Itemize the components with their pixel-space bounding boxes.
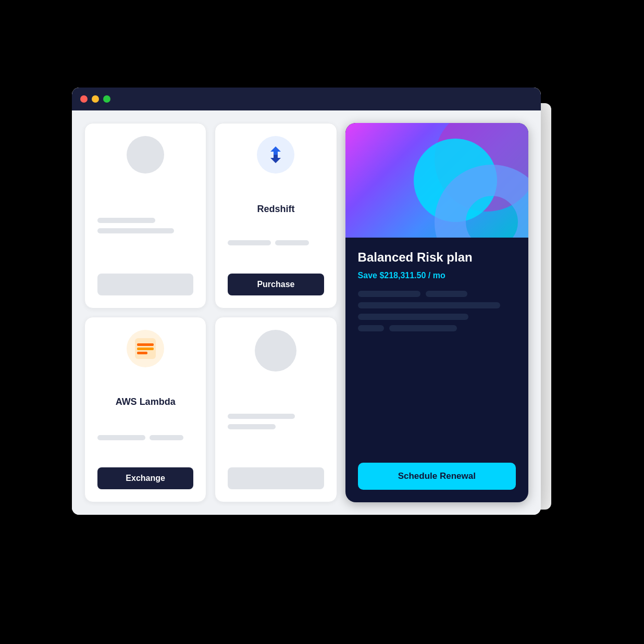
svg-marker-1 <box>270 155 281 163</box>
schedule-renewal-button[interactable]: Schedule Renewal <box>358 463 516 490</box>
detail-pill-4a <box>358 325 384 331</box>
svg-rect-5 <box>137 352 147 354</box>
placeholder-btn-1 <box>97 274 193 295</box>
traffic-light-yellow[interactable] <box>92 95 99 103</box>
redshift-line-2 <box>275 240 308 245</box>
redshift-icon <box>265 144 286 165</box>
card-aws-lambda: AWS Lambda Exchange <box>84 317 206 502</box>
plan-detail-row-1 <box>358 291 516 297</box>
aws-lambda-icon-bg <box>127 330 164 367</box>
svg-rect-4 <box>137 348 154 350</box>
placeholder-avatar-5 <box>255 330 296 371</box>
card-placeholder-5 <box>215 317 337 502</box>
detail-pill-2 <box>358 302 500 308</box>
plan-detail-row-2 <box>358 302 516 308</box>
browser-titlebar <box>72 88 541 110</box>
placeholder-avatar-1 <box>127 136 164 174</box>
placeholder-line-5b <box>228 424 276 429</box>
lambda-tag-2 <box>150 435 183 440</box>
svg-rect-3 <box>137 343 154 346</box>
placeholder-btn-5 <box>228 467 324 489</box>
placeholder-line-1b <box>97 228 174 233</box>
aws-lambda-icon <box>134 337 157 360</box>
redshift-name: Redshift <box>257 204 294 215</box>
plan-details <box>358 291 516 456</box>
detail-pill-3 <box>358 314 468 320</box>
svg-marker-0 <box>270 146 281 155</box>
redshift-line-1 <box>228 240 271 245</box>
traffic-light-red[interactable] <box>80 95 88 103</box>
aws-lambda-name: AWS Lambda <box>116 397 176 407</box>
exchange-button[interactable]: Exchange <box>97 467 193 489</box>
lambda-tag-1 <box>97 435 145 440</box>
plan-detail-row-4 <box>358 325 516 331</box>
card-redshift: Redshift Purchase <box>215 123 337 308</box>
browser-content: Redshift Purchase Balanced Risk plan Sav… <box>72 110 541 515</box>
detail-pill-4b <box>389 325 457 331</box>
browser-window: Redshift Purchase Balanced Risk plan Sav… <box>72 88 541 515</box>
placeholder-line-5a <box>228 414 295 419</box>
placeholder-line-1a <box>97 218 155 223</box>
purchase-button[interactable]: Purchase <box>228 274 324 295</box>
plan-detail-row-3 <box>358 314 516 320</box>
redshift-icon-bg <box>257 136 294 174</box>
detail-pill-1a <box>358 291 420 297</box>
plan-body: Balanced Risk plan Save $218,311.50 / mo <box>345 238 528 502</box>
plan-title: Balanced Risk plan <box>358 250 516 265</box>
traffic-light-green[interactable] <box>103 95 110 103</box>
detail-pill-1b <box>426 291 467 297</box>
plan-hero-image <box>345 123 528 238</box>
card-placeholder-1 <box>84 123 206 308</box>
plan-savings: Save $218,311.50 / mo <box>358 271 516 280</box>
scene: Redshift Purchase Balanced Risk plan Sav… <box>72 88 572 556</box>
card-balanced-risk: Balanced Risk plan Save $218,311.50 / mo <box>345 123 528 502</box>
